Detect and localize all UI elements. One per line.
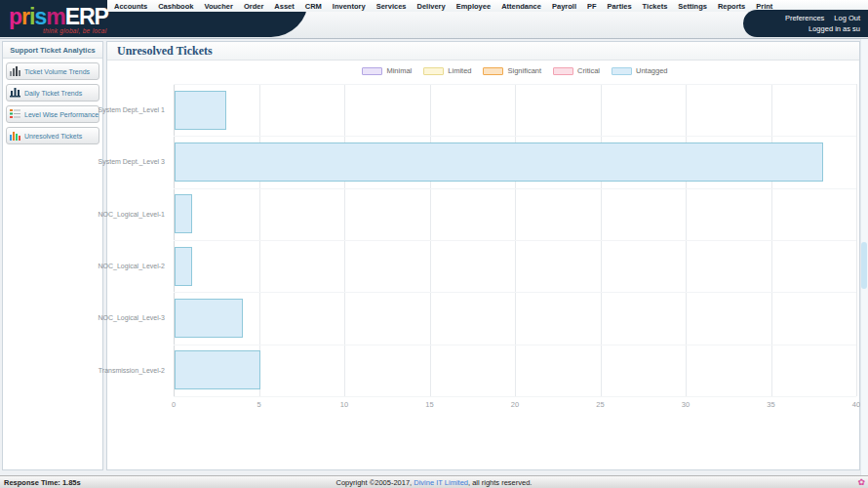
copyright-text: Copyright ©2005-2017, [336, 478, 414, 487]
legend-label: Minimal [386, 66, 412, 75]
category-label: Transmission_Level-2 [107, 345, 170, 396]
gridline-row [174, 240, 856, 241]
category-label: NOC_Logical_Level-1 [107, 188, 170, 240]
category-label: System Dept._Level 3 [107, 136, 170, 187]
bar-transmission-level-2[interactable] [175, 350, 260, 389]
menu-item-services[interactable]: Services [376, 2, 407, 11]
daily-ticket-trends-icon [10, 84, 20, 102]
sidebar-item-label: Ticket Volume Trends [24, 68, 90, 75]
x-tick-label: 5 [256, 400, 260, 409]
sidebar-item-ticket-volume-trends[interactable]: Ticket Volume Trends [6, 62, 99, 80]
menu-item-employee[interactable]: Employee [456, 2, 491, 11]
copyright-suffix: , all rights reserved. [468, 478, 532, 487]
menu-item-crm[interactable]: CRM [305, 2, 322, 11]
account-links: PreferencesLog Out [743, 14, 860, 22]
bar-noc-logical-level-1[interactable] [175, 194, 192, 233]
logged-in-as: Logged in as su [743, 24, 860, 33]
menu-item-settings[interactable]: Settings [678, 2, 707, 11]
menu-item-attendance[interactable]: Attendance [501, 2, 541, 11]
sidebar-item-label: Level Wise Performance [24, 111, 99, 118]
sidebar-item-daily-ticket-trends[interactable]: Daily Ticket Trends [6, 84, 99, 102]
legend-swatch-minimal [362, 67, 382, 75]
legend-swatch-critical [553, 67, 573, 75]
category-label: System Dept._Level 1 [107, 84, 170, 136]
logo-letter: p [9, 4, 21, 29]
menu-item-pf[interactable]: PF [587, 2, 597, 11]
unresolved-tickets-icon [10, 127, 20, 144]
header: AccountsCashbookVoucherOrderAssetCRMInve… [0, 0, 868, 39]
legend-item-significant[interactable]: Significant [483, 66, 541, 75]
legend-item-untagged[interactable]: Untagged [612, 66, 668, 75]
vertical-scrollbar[interactable] [860, 39, 868, 475]
sidebar-items: Ticket Volume TrendsDaily Ticket TrendsL… [3, 62, 102, 144]
copyright: Copyright ©2005-2017, Divine IT Limited,… [0, 478, 868, 487]
legend-swatch-limited [423, 67, 444, 75]
menu-item-voucher[interactable]: Voucher [204, 2, 232, 11]
x-tick-label: 30 [682, 400, 690, 409]
menu-item-parties[interactable]: Parties [608, 2, 632, 11]
category-label: NOC_Logical_Level-2 [107, 240, 170, 292]
menu-item-reports[interactable]: Reports [718, 2, 745, 11]
legend-item-critical[interactable]: Critical [553, 66, 600, 75]
sidebar-item-unresolved-tickets[interactable]: Unresolved Tickets [6, 127, 99, 144]
gridline-row [174, 396, 856, 397]
legend-item-limited[interactable]: Limited [423, 66, 471, 75]
x-tick-label: 15 [425, 400, 433, 409]
preferences-link[interactable]: Preferences [785, 14, 824, 22]
log-out-link[interactable]: Log Out [834, 14, 860, 22]
x-tick-label: 10 [340, 400, 348, 409]
sidebar-item-label: Daily Ticket Trends [24, 90, 82, 97]
x-axis-labels: 0510152025303540 [174, 400, 856, 410]
chart-legend: MinimalLimitedSignificantCriticalUntagge… [174, 66, 856, 75]
main-panel: Unresolved Tickets MinimalLimitedSignifi… [106, 41, 860, 470]
menu-item-inventory[interactable]: Inventory [333, 2, 366, 11]
bar-system-dept-level-3[interactable] [175, 142, 823, 182]
category-label: NOC_Logical_Level-3 [107, 292, 170, 344]
logo-letter: m [46, 4, 64, 29]
sidebar-item-label: Unresolved Tickets [24, 133, 82, 140]
menu-item-delivery[interactable]: Delivery [417, 2, 446, 11]
gridline-row [174, 84, 856, 85]
logo-letter: s [34, 4, 46, 29]
bar-noc-logical-level-3[interactable] [175, 299, 243, 338]
plot-area [174, 84, 856, 396]
menu-item-tickets[interactable]: Tickets [643, 2, 668, 11]
legend-label: Untagged [636, 66, 668, 75]
legend-label: Significant [507, 66, 541, 75]
x-tick-label: 0 [172, 400, 176, 409]
x-tick-label: 40 [852, 400, 860, 409]
logo-letter: r [21, 4, 29, 29]
menu-item-accounts[interactable]: Accounts [114, 2, 147, 11]
legend-swatch-untagged [612, 67, 632, 75]
gridline-x-40 [856, 84, 857, 396]
logo-wordmark: prismERP [9, 6, 108, 28]
x-tick-label: 20 [511, 400, 519, 409]
legend-swatch-significant [483, 67, 503, 75]
menu-item-asset[interactable]: Asset [274, 2, 294, 11]
sidebar: Support Ticket Analytics Ticket Volume T… [2, 41, 103, 470]
x-tick-label: 25 [596, 400, 604, 409]
gridline-row [174, 188, 856, 189]
scrollbar-thumb[interactable] [861, 242, 867, 289]
logo-letter: ERP [65, 4, 108, 29]
page-title: Unresolved Tickets [107, 42, 859, 61]
logo-tagline: think global, be local [43, 27, 107, 34]
bar-system-dept-level-1[interactable] [175, 91, 226, 130]
y-axis-labels: System Dept._Level 1System Dept._Level 3… [107, 84, 170, 396]
flower-icon[interactable]: ✿ [857, 476, 865, 488]
sidebar-item-level-wise-performance[interactable]: Level Wise Performance [6, 105, 99, 123]
divine-it-link[interactable]: Divine IT Limited [414, 478, 468, 487]
status-bar: Response Time: 1.85s Copyright ©2005-201… [0, 475, 868, 488]
menu-item-payroll[interactable]: Payroll [552, 2, 576, 11]
legend-item-minimal[interactable]: Minimal [362, 66, 412, 75]
menu-item-cashbook[interactable]: Cashbook [158, 2, 193, 11]
x-tick-label: 35 [767, 400, 774, 409]
gridline-row [174, 292, 856, 293]
legend-label: Limited [448, 66, 471, 75]
level-wise-performance-icon [10, 105, 20, 123]
account-panel: PreferencesLog Out Logged in as su [743, 10, 868, 37]
menu-item-order[interactable]: Order [244, 2, 263, 11]
legend-label: Critical [577, 66, 600, 75]
ticket-volume-trends-icon [10, 62, 20, 80]
bar-noc-logical-level-2[interactable] [175, 247, 192, 286]
